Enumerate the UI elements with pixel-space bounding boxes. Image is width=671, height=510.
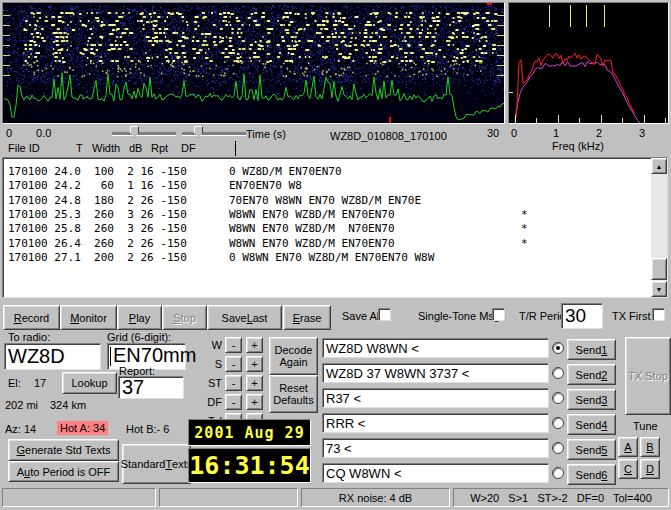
to-radio-label: To radio: [8,331,50,343]
tune-label: Tune [633,420,658,432]
send-3-radio[interactable] [552,392,564,404]
slider-track [112,132,176,136]
col-width: Width [92,142,120,154]
erase-button[interactable]: Erase [283,305,331,330]
distance-km: 324 km [50,399,86,411]
df-minus-button[interactable]: - [225,394,242,410]
tx-first-checkbox[interactable] [652,308,665,321]
decode-row[interactable]: 170100 26.4 260 2 26 -150W8WN EN70 WZ8D/… [3,237,667,251]
slider-thumb[interactable] [194,126,203,138]
status-panel-1 [2,488,156,507]
tx-first-label: TX First [612,310,651,322]
waterfall-tick-30: 30 [487,127,499,139]
spectrum-display[interactable] [509,3,668,123]
standard-texts-button[interactable]: Standard Texts [122,444,191,484]
send-4-button[interactable]: Send 4 [567,414,616,435]
send-1-button[interactable]: Send 1 [567,339,616,360]
auto-period-button[interactable]: Auto Period is OFF [8,461,119,482]
time-display: 16:31:54 [188,448,311,483]
w-minus-button[interactable]: - [225,337,242,353]
send-4-radio[interactable] [552,417,564,429]
report-input[interactable] [118,376,184,399]
send-1-radio[interactable] [552,342,564,354]
save-last-button[interactable]: Save Last [207,305,282,330]
record-button[interactable]: Record [3,305,60,330]
time-axis-label: Time (s) [246,128,286,140]
df-plus-button[interactable]: + [246,394,263,410]
tune-b-button[interactable]: B [640,437,660,457]
tune-c-button[interactable]: C [618,459,638,479]
send-6-radio[interactable] [552,467,564,479]
s-plus-button[interactable]: + [246,356,263,372]
st-plus-button[interactable]: + [246,375,263,391]
waterfall-display[interactable] [3,3,504,123]
generate-std-texts-button[interactable]: Generate Std Texts [8,439,119,461]
s-minus-button[interactable]: - [225,356,242,372]
reset-defaults-button[interactable]: Reset Defaults [269,375,318,413]
st-minus-button[interactable]: - [225,375,242,391]
down-arrow-icon: ▼ [656,286,663,293]
wsjt-main-window: 0 0.0 Time (s) WZ8D_010808_170100 30 0 1… [0,0,671,510]
single-tone-checkbox[interactable] [492,308,505,321]
decode-row[interactable]: 170100 25.3 260 3 26 -150W8WN EN70 WZ8D/… [3,208,667,222]
radio-dot [556,346,560,350]
decode-row[interactable]: 170100 25.8 260 3 26 -150W8WN EN70 WZ8D/… [3,222,667,236]
send-2-radio[interactable] [552,367,564,379]
tune-d-button[interactable]: D [640,459,660,479]
decode-row[interactable]: 170100 24.8 180 2 26 -15070EN70 W8WN EN7… [3,194,667,208]
monitor-button[interactable]: Monitor [60,305,117,330]
tx-message-5-input[interactable] [322,438,549,458]
stop-button[interactable]: Stop [162,305,207,330]
tune-a-button[interactable]: A [618,437,638,457]
scrollbar[interactable]: ▲ ▼ [651,158,667,297]
slider-track [182,132,246,136]
scroll-down-button[interactable]: ▼ [651,281,667,297]
el-value: 17 [34,377,46,389]
scroll-thumb[interactable] [651,258,667,280]
send-3-button[interactable]: Send 3 [567,389,616,410]
decoded-text-area[interactable]: 170100 24.0 100 2 16 -1500 WZ8D/M EN70EN… [2,157,668,298]
decode-again-button[interactable]: Decode Again [269,337,318,375]
tx-message-2-input[interactable] [322,363,549,383]
send-5-radio[interactable] [552,442,564,454]
w-plus-button[interactable]: + [246,337,263,353]
status-params: W>20 S>1 ST>-2 DF=0 Tol=400 [453,488,669,507]
decode-row[interactable]: 170100 24.2 60 1 16 -150EN70EN70 W8 [3,179,667,193]
tx-message-3-input[interactable] [322,388,549,408]
tx-message-6-input[interactable] [322,463,549,483]
waterfall-panel [2,2,505,124]
col-rpt: Rpt [151,142,168,154]
waterfall-tick-0: 0 [6,127,12,139]
tx-message-1-input[interactable] [322,338,549,358]
param-w-label: W [196,339,222,351]
azimuth-value: Az: 14 [5,423,36,435]
send-6-button[interactable]: Send 6 [567,464,616,485]
freq-tick-0: 0 [511,127,517,139]
param-s-label: S [196,358,222,370]
tx-stop-button[interactable]: TX Stop [625,337,671,415]
param-st-label: ST [196,377,222,389]
save-all-checkbox[interactable] [378,308,391,321]
freq-tick-3: 3 [639,127,645,139]
decode-row[interactable]: 170100 24.0 100 2 16 -1500 WZ8D/M EN70EN… [3,165,667,179]
scroll-up-button[interactable]: ▲ [651,158,667,174]
status-panel-2 [159,488,298,507]
status-rx-noise: RX noise: 4 dB [301,488,450,507]
tr-period-input[interactable] [561,303,603,329]
send-5-button[interactable]: Send 5 [567,439,616,460]
send-2-button[interactable]: Send 2 [567,364,616,385]
text-caret [110,347,111,366]
to-radio-input[interactable] [4,343,101,370]
decode-row[interactable]: 170100 27.1 200 2 26 -1500 W8WN EN70 WZ8… [3,251,667,265]
slider-thumb[interactable] [130,126,139,138]
tx-message-4-input[interactable] [322,413,549,433]
col-df: DF [181,142,196,154]
save-all-label: Save All [342,310,382,322]
freq-axis-label: Freq (kHz) [552,140,604,152]
gain-slider-1[interactable] [112,126,178,140]
gain-slider-2[interactable] [182,126,248,140]
play-button[interactable]: Play [117,305,162,330]
lookup-button[interactable]: Lookup [62,372,117,394]
spectrum-panel [508,2,669,124]
col-db: dB [129,142,142,154]
